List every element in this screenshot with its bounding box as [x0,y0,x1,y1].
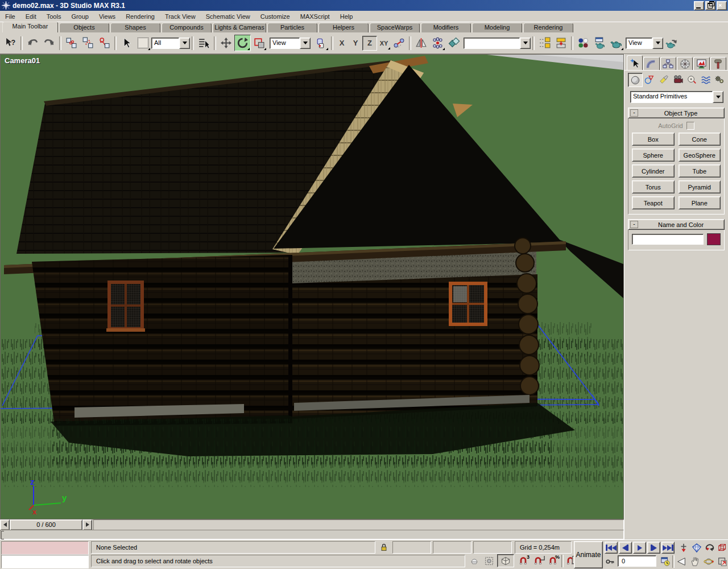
use-pivot-point-center-button[interactable] [313,35,329,51]
menu-track-view[interactable]: Track View [160,12,201,21]
tab-objects[interactable]: Objects [59,23,109,32]
render-type-dropdown[interactable]: View [626,38,663,49]
go-to-end-button[interactable] [661,542,675,554]
bind-to-space-warp-button[interactable] [96,35,113,51]
tab-particles[interactable]: Particles [267,23,317,32]
animate-button[interactable]: Animate [574,541,603,568]
sphere-button[interactable]: Sphere [632,149,675,162]
menu-maxscript[interactable]: MAXScript [295,12,335,21]
time-configuration-button[interactable] [659,555,672,568]
dropdown-arrow-icon[interactable] [520,38,531,49]
select-and-rotate-button[interactable] [234,35,251,51]
category-helpers-button[interactable] [685,73,698,86]
truck-camera-button[interactable] [688,555,701,568]
previous-frame-button[interactable] [619,542,632,554]
pyramid-button[interactable]: Pyramid [679,180,721,193]
play-button[interactable] [633,542,646,554]
name-color-rollout-header[interactable]: - Name and Color [628,219,725,230]
tab-lights-cameras[interactable]: Lights & Cameras [213,23,266,32]
torus-button[interactable]: Torus [632,180,675,193]
orbit-camera-button[interactable] [702,555,715,568]
zoom-extents-all-selected-button[interactable] [716,542,728,554]
cone-button[interactable]: Cone [679,133,721,146]
menu-rendering[interactable]: Rendering [121,12,160,21]
rectangular-selection-region-button[interactable] [135,35,151,51]
inverse-kinematics-toggle[interactable] [391,35,407,51]
autogrid-checkbox[interactable] [686,122,694,130]
collapse-icon[interactable]: - [630,221,638,228]
time-slider-left-arrow[interactable] [0,519,10,530]
tab-main-toolbar[interactable]: Main Toolbar [2,22,58,32]
category-shapes-button[interactable] [643,73,657,86]
snap-3d-toggle[interactable]: 3 [516,555,530,567]
tab-compounds[interactable]: Compounds [162,23,212,32]
tab-display[interactable] [693,57,709,70]
menu-group[interactable]: Group [66,12,94,21]
minimize-button[interactable] [694,1,704,10]
menu-help[interactable]: Help [335,12,358,21]
tab-shapes[interactable]: Shapes [110,23,160,32]
quick-render-button[interactable] [608,35,624,51]
tab-rendering[interactable]: Rendering [523,23,573,32]
percent-snap-toggle[interactable]: % [546,555,560,567]
restrict-to-y-button[interactable]: Y [349,36,362,50]
help-mode-button[interactable] [2,35,19,51]
menu-customize[interactable]: Customize [255,12,295,21]
angle-snap-toggle[interactable] [531,555,545,567]
restrict-to-x-button[interactable]: X [335,36,349,50]
render-scene-button[interactable] [592,35,608,51]
array-button[interactable] [429,35,446,51]
tab-hierarchy[interactable] [660,57,676,70]
plane-button[interactable]: Plane [679,196,721,209]
tab-modifiers[interactable]: Modifiers [421,23,471,32]
named-selection-sets-dropdown[interactable] [464,38,531,49]
category-cameras-button[interactable] [671,73,685,86]
object-type-rollout-header[interactable]: - Object Type [628,108,725,118]
align-button[interactable] [446,35,462,51]
degradation-override-button[interactable] [468,555,481,567]
time-slider-button[interactable]: 0 / 600 [10,519,82,530]
category-spacewarps-button[interactable] [699,73,713,86]
dolly-camera-button[interactable] [677,542,690,554]
open-track-view-button[interactable] [536,35,553,51]
tab-motion[interactable] [677,57,693,70]
roll-camera-button[interactable] [703,542,716,554]
track-bar[interactable] [0,530,624,539]
cylinder-button[interactable]: Cylinder [632,164,675,178]
camera-viewport[interactable]: Camera01 [0,54,624,519]
menu-schematic-view[interactable]: Schematic View [201,12,255,21]
crossing-selection-button[interactable] [482,555,495,567]
collapse-icon[interactable]: - [630,109,638,117]
category-geometry-button[interactable] [628,73,643,87]
viewport-label[interactable]: Camera01 [5,56,40,65]
tube-button[interactable]: Tube [679,164,721,178]
mirror-button[interactable] [413,35,429,51]
geosphere-button[interactable]: GeoSphere [679,149,721,162]
min-max-toggle-button[interactable] [715,555,728,568]
category-systems-button[interactable] [713,73,726,86]
tab-create[interactable] [627,55,643,70]
menu-edit[interactable]: Edit [20,12,42,21]
redo-button[interactable] [41,35,57,51]
category-lights-button[interactable] [657,73,671,86]
lock-selection-toggle[interactable] [377,542,391,553]
selection-filter-dropdown[interactable]: All [151,38,190,49]
unlink-selection-button[interactable] [80,35,96,51]
tab-modify[interactable] [643,57,659,70]
dropdown-arrow-icon[interactable] [179,38,190,49]
render-last-button[interactable] [663,35,680,51]
key-mode-toggle[interactable] [604,556,617,567]
open-schematic-view-button[interactable] [553,35,569,51]
field-of-view-button[interactable] [675,555,688,568]
tab-helpers[interactable]: Helpers [318,23,369,32]
select-and-link-button[interactable] [63,35,80,51]
select-and-move-button[interactable] [218,35,234,51]
next-frame-button[interactable] [647,542,660,554]
dropdown-arrow-icon[interactable] [713,91,723,103]
restrict-to-xy-plane-button[interactable]: XY [377,36,391,50]
maxscript-listener-input[interactable] [1,555,89,568]
teapot-button[interactable]: Teapot [632,196,675,209]
restore-button[interactable] [705,1,715,10]
undo-button[interactable] [24,35,41,51]
dropdown-arrow-icon[interactable] [652,38,663,49]
